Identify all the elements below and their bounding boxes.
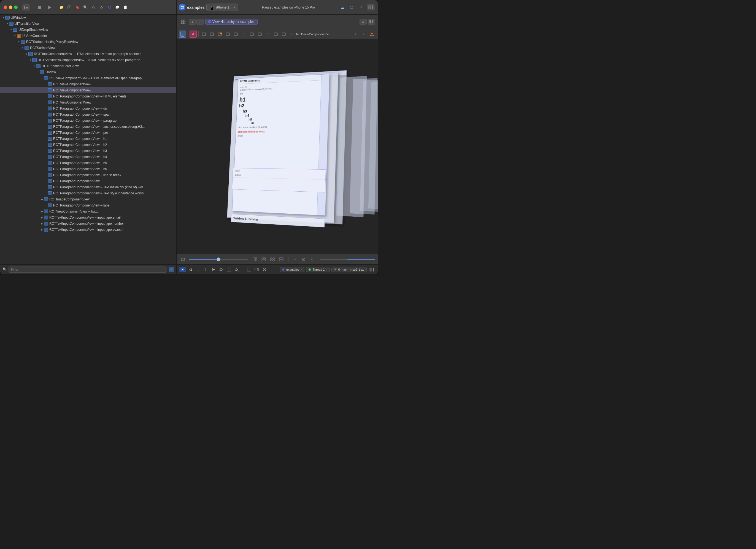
view-mode-icon-1[interactable] [251, 256, 258, 263]
tree-toggle-rctviewcomponentview-2[interactable] [44, 88, 48, 92]
chat-icon[interactable]: 💬 [114, 4, 121, 11]
filter-options-button[interactable]: ≡ [169, 267, 174, 272]
tree-toggle-rctparagraphcomponentview-h6[interactable] [44, 167, 48, 171]
layer-icon-2[interactable] [208, 31, 215, 38]
slider-thumb[interactable] [217, 258, 220, 261]
minimize-button[interactable] [9, 6, 12, 9]
tree-item-rctparagraphcomponentview-h4[interactable]: RCTParagraphComponentView – h4 [0, 154, 176, 160]
tree-toggle-rctparagraphcomponentview-h1[interactable] [44, 137, 48, 141]
tree-toggle-rcttextinputcomponentview-email[interactable]: ▶ [40, 216, 44, 220]
prev-layer-button[interactable]: ‹ [352, 31, 359, 38]
tree-item-rctparagraphcomponentview-pre[interactable]: RCTParagraphComponentView – pre [0, 130, 176, 136]
tree-toggle-rctparagraphcomponentview-span[interactable] [44, 113, 48, 117]
tree-item-rctviewcomponentview-button[interactable]: ▶RCTViewComponentView – button [0, 209, 176, 215]
tree-toggle-uitransitionview[interactable]: ▾ [5, 22, 9, 26]
tree-item-rctviewcomponentview-2[interactable]: RCTViewComponentView [0, 87, 176, 93]
chevron-right-icon-3[interactable]: › [288, 31, 295, 38]
tree-toggle-rctsurfacehostingproxyrootview[interactable]: ▾ [17, 40, 21, 44]
step-out-icon[interactable] [203, 267, 209, 272]
tree-item-uidropshadowview[interactable]: ▾UIDropShadowView [0, 27, 176, 33]
layout-toggle-right[interactable] [368, 267, 375, 272]
mem-icon-3[interactable] [261, 267, 268, 272]
tree-toggle-uiview[interactable]: ▾ [36, 70, 40, 74]
mem-icon-1[interactable] [246, 267, 252, 272]
continue-icon[interactable] [210, 267, 217, 272]
tree-item-rctparagraphcomponentview-span[interactable]: RCTParagraphComponentView – span [0, 112, 176, 118]
tree-item-rctparagraphcomponentview-textstyle[interactable]: RCTParagraphComponentView – Text style i… [0, 190, 176, 196]
list-view-button[interactable]: ≡ [360, 19, 367, 25]
run-icon[interactable] [179, 267, 186, 272]
view-mode-icon-4[interactable] [278, 256, 285, 263]
tree-item-rctviewcomponentview-1[interactable]: RCTViewComponentView [0, 81, 176, 87]
split-view-button[interactable] [368, 19, 375, 25]
layer-icon-6[interactable] [256, 31, 263, 38]
tree-toggle-rctparagraphcomponentview-h4[interactable] [44, 155, 48, 159]
tree-item-rctscrollviewcomponentview[interactable]: ▾RCTScrollViewComponentView – HTML eleme… [0, 57, 176, 63]
tree-toggle-rctsurfaceview[interactable]: ▾ [21, 46, 25, 50]
warning-triangle-icon[interactable] [368, 31, 376, 38]
tree-toggle-rctparagraphcomponentview-pre[interactable] [44, 131, 48, 135]
step-over-icon[interactable] [187, 267, 194, 272]
close-button[interactable] [4, 6, 7, 9]
tree-toggle-rctparagraphcomponentview-h5[interactable] [44, 161, 48, 165]
tree-item-uiwindow[interactable]: ▾UIWindow [0, 15, 176, 21]
tree-item-rctparagraphcomponentview-htmlelements[interactable]: RCTParagraphComponentView – HTML element… [0, 93, 176, 99]
layer-icon-4[interactable] [232, 31, 239, 38]
bookmark-icon[interactable]: 🔖 [74, 4, 81, 11]
tree-toggle-rctparagraphcomponentview-htmlelements[interactable] [44, 94, 48, 98]
tree-toggle-rctenhancedscrollview[interactable]: ▾ [32, 64, 36, 68]
tree-item-rctparagraphcomponentview-paragraph[interactable]: RCTParagraphComponentView – paragraph [0, 118, 176, 124]
zoom-in-button[interactable]: + [308, 256, 315, 263]
tree-item-rctenhancedscrollview[interactable]: ▾RCTEnhancedScrollView [0, 63, 176, 69]
tree-toggle-rctparagraphcomponentview-h3[interactable] [44, 149, 48, 153]
slider-icon-1[interactable] [179, 256, 187, 263]
tree-item-rctparagraphcomponentview-h3[interactable]: RCTParagraphComponentView – h3 [0, 148, 176, 154]
layer-icon-8[interactable] [280, 31, 287, 38]
tree-toggle-rctviewcomponentview-html[interactable]: ▾ [40, 76, 44, 80]
layer-icon-7[interactable] [272, 31, 279, 38]
tree-toggle-rctparagraphcomponentview-textstyle[interactable] [44, 191, 48, 195]
sidebar-toggle-button[interactable] [22, 4, 30, 10]
next-layer-button[interactable]: › [360, 31, 367, 38]
tree-toggle-rctparagraphcomponentview-textinsidediv[interactable] [44, 185, 48, 189]
thread-tag[interactable]: Thread 1 › [306, 267, 330, 272]
viewdebug-icon[interactable] [226, 267, 232, 272]
tree-toggle-rctviewcomponentview-1[interactable] [44, 82, 48, 86]
tree-item-rctparagraphcomponentview-div[interactable]: RCTParagraphComponentView – div [0, 106, 176, 112]
breakpoint-icon[interactable]: ⬡ [106, 4, 113, 11]
zoom-out-button[interactable]: − [292, 256, 299, 263]
right-sidebar-toggle[interactable] [367, 4, 375, 10]
fullscreen-button[interactable] [14, 6, 18, 9]
view-mode-icon-3[interactable] [269, 256, 276, 263]
tree-toggle-uiwindow[interactable]: ▾ [1, 16, 5, 20]
play-button[interactable] [46, 4, 53, 10]
tree-toggle-uidropshadowview[interactable]: ▾ [9, 28, 13, 32]
view-hierarchy-pill[interactable]: View Hierarchy for examples [205, 19, 258, 25]
tree-item-uitransitionview[interactable]: ▾UITransitionView [0, 21, 176, 27]
filter-input[interactable] [9, 267, 167, 273]
chevron-right-icon-2[interactable]: › [264, 31, 271, 38]
back-button[interactable]: ‹ [189, 19, 196, 25]
tree-item-rctimagecomponentview[interactable]: ▶RCTImageComponentView [0, 196, 176, 202]
tree-item-rcttextinputcomponentview-search[interactable]: ▶RCTTextInputComponentView – input type:… [0, 227, 176, 233]
tree-toggle-rctparagraphcomponentview-empty[interactable] [44, 179, 48, 183]
tree-toggle-rctparagraphcomponentview-label[interactable] [44, 204, 48, 207]
tree-toggle-rctscrollviewcomponentview[interactable]: ▾ [28, 58, 32, 62]
tree-toggle-rctparagraphcomponentview-anchor[interactable] [44, 125, 48, 129]
tree-toggle-rctviewcomponentview-button[interactable]: ▶ [40, 210, 44, 214]
upload-icon[interactable]: ☁ [339, 4, 346, 11]
debug-icon[interactable] [218, 267, 225, 272]
note-icon[interactable]: 📋 [122, 4, 129, 11]
step-into-icon[interactable] [195, 267, 201, 272]
tree-item-rctparagraphcomponentview-linebreak[interactable]: RCTParagraphComponentView – line \n brea… [0, 172, 176, 178]
tree-item-rcttextinputcomponentview-email[interactable]: ▶RCTTextInputComponentView – input type:… [0, 215, 176, 221]
plus-button[interactable]: + [357, 4, 365, 11]
mem-icon-2[interactable] [253, 267, 260, 272]
tree-item-uiviewcontroller[interactable]: ▾⊕UIViewController [0, 33, 176, 39]
view-mode-icon-2[interactable] [260, 256, 267, 263]
warning-icon[interactable] [90, 4, 97, 11]
examples-tag[interactable]: examples › [280, 267, 304, 272]
tree-toggle-rctrootcomponentview[interactable]: ▾ [25, 52, 28, 56]
cloud-icon[interactable] [348, 4, 356, 11]
tree-item-rctsurfacehostingproxyrootview[interactable]: ▾RCTSurfaceHostingProxyRootView [0, 39, 176, 45]
